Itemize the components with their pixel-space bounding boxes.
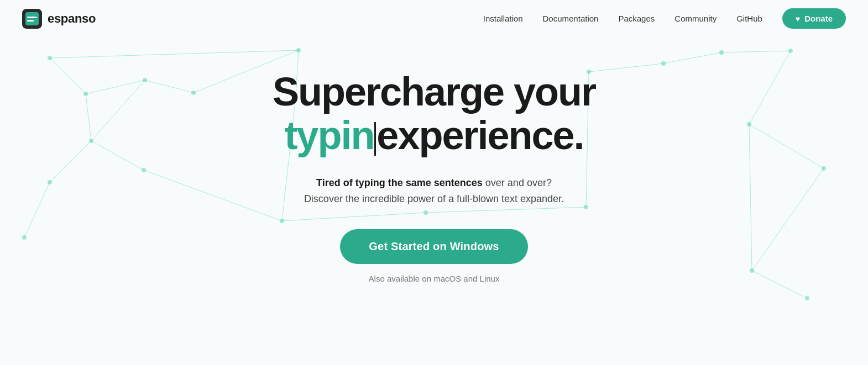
nav-community[interactable]: Community [674, 14, 717, 23]
hero-title: Supercharge your typinexperience. [273, 70, 595, 157]
logo-text: espanso [48, 12, 96, 26]
cursor [374, 122, 376, 156]
svg-rect-45 [25, 12, 39, 25]
nav-github[interactable]: GitHub [736, 14, 762, 23]
nav-documentation[interactable]: Documentation [543, 14, 599, 23]
hero-subtitle-bold: Tired of typing the same sentences [316, 177, 483, 188]
main-nav: Installation Documentation Packages Comm… [483, 8, 846, 29]
hero-section: Supercharge your typinexperience. Tired … [0, 37, 868, 283]
hero-title-prefix: Supercharge your [273, 70, 595, 114]
logo[interactable]: espanso [22, 9, 96, 29]
donate-button[interactable]: ♥ Donate [782, 8, 846, 29]
also-available-text: Also available on macOS and Linux [369, 274, 500, 283]
nav-packages[interactable]: Packages [618, 14, 655, 23]
hero-typing-word: typin [284, 113, 374, 157]
svg-rect-46 [27, 17, 37, 18]
hero-title-suffix: experience. [377, 113, 583, 157]
svg-rect-47 [27, 20, 34, 22]
heart-icon: ♥ [796, 14, 800, 23]
get-started-button[interactable]: Get Started on Windows [340, 229, 527, 264]
nav-installation[interactable]: Installation [483, 14, 523, 23]
logo-icon [22, 9, 42, 29]
header: espanso Installation Documentation Packa… [0, 0, 868, 37]
hero-subtitle: Tired of typing the same sentences over … [304, 175, 564, 207]
svg-point-42 [805, 296, 809, 300]
